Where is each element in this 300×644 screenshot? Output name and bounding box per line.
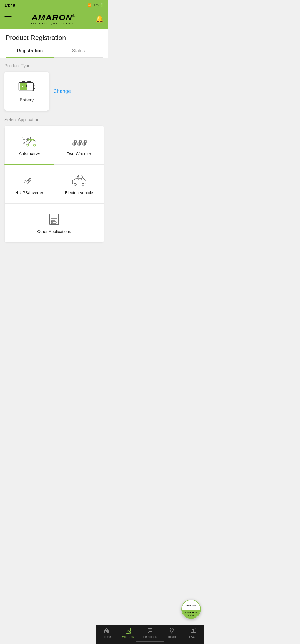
svg-point-35 [82, 183, 84, 185]
home-icon [103, 627, 108, 634]
select-application-label: Select Application [4, 117, 104, 122]
battery-card[interactable]: Battery [4, 72, 49, 111]
nav-home-label: Home [102, 635, 108, 638]
svg-point-23 [83, 143, 86, 145]
svg-rect-9 [23, 138, 25, 140]
automotive-label: Automotive [19, 151, 40, 156]
svg-point-12 [23, 142, 25, 143]
status-icons: 📶 90% 🔋 [88, 3, 104, 7]
page-title: Product Registration [6, 34, 103, 42]
svg-point-24 [84, 143, 85, 145]
bell-icon[interactable]: 🔔 [96, 15, 104, 23]
app-item-two-wheeler[interactable]: Two Wheeler [54, 126, 104, 165]
two-wheeler-label: Two Wheeler [67, 151, 91, 156]
application-grid: Automotive [4, 126, 104, 242]
battery-icon [18, 80, 36, 94]
app-item-h-ups[interactable]: H-UPS/Inverter [4, 165, 54, 204]
svg-rect-40 [51, 221, 56, 224]
svg-rect-10 [26, 138, 28, 140]
app-item-automotive[interactable]: Automotive [4, 126, 54, 165]
svg-rect-1 [33, 85, 35, 88]
bottom-nav: Home Warranty Feedback Locator [96, 625, 108, 644]
ev-label: Electric Vehicle [65, 190, 93, 195]
status-bar: 14:48 📶 90% 🔋 [0, 0, 108, 10]
svg-point-13 [28, 142, 30, 143]
svg-point-18 [33, 144, 35, 146]
svg-point-19 [73, 143, 76, 145]
svg-point-21 [78, 143, 81, 145]
logo-registered: ® [72, 14, 76, 18]
product-type-row: Battery Change [4, 72, 104, 111]
product-type-label: Product Type [4, 63, 104, 68]
app-header: AMARON® Lasts Long, Really Long. 🔔 [0, 10, 108, 29]
tab-registration[interactable]: Registration [6, 44, 54, 57]
battery-label: Battery [20, 98, 34, 103]
sim-icon: 📶 [88, 3, 92, 7]
app-item-other[interactable]: Other Applications [4, 204, 104, 242]
svg-point-17 [27, 144, 29, 146]
svg-rect-46 [106, 632, 108, 633]
app-logo: AMARON® Lasts Long, Really Long. [31, 13, 76, 25]
svg-rect-32 [76, 178, 78, 180]
page-title-bar: Product Registration Registration Status [0, 29, 108, 58]
logo-text: AMARON® [31, 13, 76, 22]
h-ups-label: H-UPS/Inverter [15, 190, 44, 195]
tabs: Registration Status [6, 44, 103, 58]
svg-point-22 [79, 143, 80, 145]
app-item-ev[interactable]: Electric Vehicle [54, 165, 104, 204]
svg-rect-41 [56, 222, 57, 223]
svg-rect-33 [79, 178, 82, 180]
main-content: Product Type [0, 58, 108, 267]
other-label: Other Applications [37, 229, 71, 234]
battery-status: 90% [93, 3, 99, 7]
battery-icon: 🔋 [100, 3, 104, 7]
hamburger-menu[interactable] [4, 16, 12, 21]
tab-status[interactable]: Status [54, 44, 103, 57]
status-time: 14:48 [4, 3, 15, 8]
nav-home[interactable]: Home [98, 627, 108, 638]
svg-rect-36 [50, 214, 59, 225]
change-button[interactable]: Change [53, 88, 71, 94]
svg-point-20 [74, 143, 75, 145]
svg-point-34 [74, 183, 76, 185]
logo-tagline: Lasts Long, Really Long. [31, 22, 76, 25]
